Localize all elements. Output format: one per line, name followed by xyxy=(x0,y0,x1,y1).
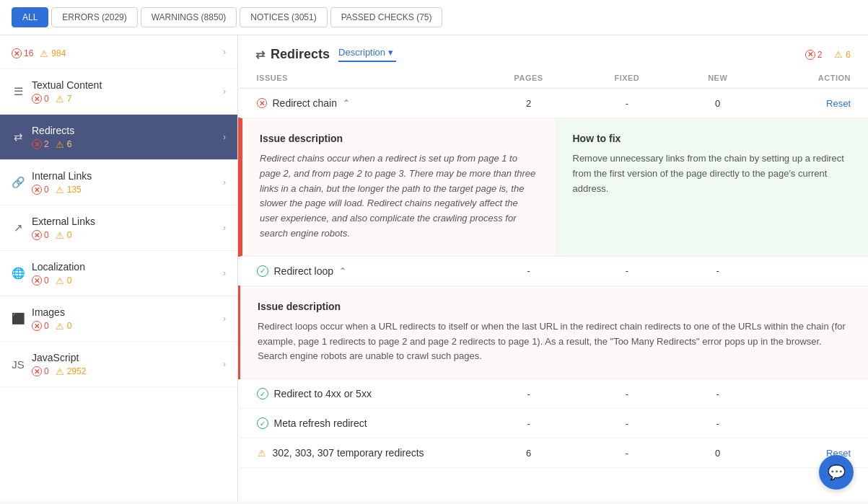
action-cell xyxy=(761,256,868,286)
action-cell: Reset xyxy=(761,89,868,118)
sidebar-error-badge: ✕ 0 xyxy=(32,366,49,376)
sidebar-item-textual-content[interactable]: ☰ Textual Content ✕ 0 ⚠ 7 › xyxy=(0,69,237,115)
warning-icon: ⚠ xyxy=(39,48,49,58)
sidebar-warning-badge: ⚠ 2952 xyxy=(55,366,87,376)
sidebar-item-images[interactable]: ⬛ Images ✕ 0 ⚠ 0 › xyxy=(0,296,237,342)
action-cell xyxy=(761,409,868,438)
warning-icon: ⚠ xyxy=(55,275,65,286)
check-row-icon: ✓ xyxy=(257,417,268,429)
expand-issue-body: Redirect chains occur when a redirect is… xyxy=(260,151,538,242)
new-cell: 0 xyxy=(675,438,761,468)
reset-button[interactable]: Reset xyxy=(826,98,851,109)
expand-row-redirect-loop: Issue description Redirect loops occur w… xyxy=(240,286,869,379)
sidebar-item-internal-links[interactable]: 🔗 Internal Links ✕ 0 ⚠ 135 › xyxy=(0,160,237,205)
link-icon: 🔗 xyxy=(12,176,25,189)
filter-passed-button[interactable]: PASSED CHECKS (75) xyxy=(330,7,443,27)
warning-row-icon: ⚠ xyxy=(257,448,267,458)
description-button[interactable]: Description ▾ xyxy=(338,47,393,58)
sidebar-label: External Links xyxy=(32,216,95,227)
sidebar-item-localization[interactable]: 🌐 Localization ✕ 0 ⚠ 0 › xyxy=(0,251,237,296)
js-icon: JS xyxy=(12,358,25,371)
warning-icon: ⚠ xyxy=(55,230,65,240)
external-link-icon: ↗ xyxy=(12,221,25,234)
sidebar-error-badge: ✕ 16 xyxy=(12,48,33,58)
issue-name: Redirect loop xyxy=(274,265,334,277)
issue-name-cell: ⚠ 302, 303, 307 temporary redirects xyxy=(257,447,461,459)
issue-name: Redirect to 4xx or 5xx xyxy=(274,388,372,399)
warning-icon: ⚠ xyxy=(833,50,843,60)
chat-button[interactable]: 💬 xyxy=(819,455,854,490)
header-error-badge: ✕ 2 xyxy=(805,50,823,60)
document-icon: ☰ xyxy=(12,85,25,98)
header-badges: ✕ 2 ⚠ 6 xyxy=(805,50,851,60)
redirect-icon: ⇄ xyxy=(12,131,25,143)
expand-fix-title: How to fix xyxy=(573,133,851,144)
issue-name: 302, 303, 307 temporary redirects xyxy=(273,447,424,459)
sidebar: ✕ 16 ⚠ 984 › ☰ Textual Content xyxy=(0,35,238,501)
warning-icon: ⚠ xyxy=(55,94,65,104)
error-icon: ✕ xyxy=(805,50,815,60)
table-row: ✓ Meta refresh redirect - - - xyxy=(240,409,869,438)
issue-name-cell: ✓ Redirect loop ⌃ xyxy=(257,265,461,277)
expand-row-redirect-chain: Issue description Redirect chains occur … xyxy=(240,118,869,257)
error-icon: ✕ xyxy=(32,366,42,376)
filter-warnings-button[interactable]: WARNINGS (8850) xyxy=(141,7,237,27)
expand-loop-body: Redirect loops occur when a URL redirect… xyxy=(258,319,851,364)
sidebar-error-badge: ✕ 2 xyxy=(32,139,49,149)
sidebar-item-external-links[interactable]: ↗ External Links ✕ 0 ⚠ 0 › xyxy=(0,205,237,251)
issues-table: ISSUES PAGES FIXED NEW ACTION ✕ Redirect… xyxy=(238,68,868,468)
filter-all-button[interactable]: ALL xyxy=(12,7,48,27)
expand-inner: Issue description Redirect chains occur … xyxy=(240,118,868,256)
issue-name-cell: ✓ Meta refresh redirect xyxy=(257,417,461,429)
check-row-icon: ✓ xyxy=(257,265,268,277)
error-icon: ✕ xyxy=(32,139,42,149)
toggle-expand-button[interactable]: ⌃ xyxy=(339,266,346,276)
expand-fix-body: Remove unnecessary links from the chain … xyxy=(573,151,851,196)
expand-inner-loop: Issue description Redirect loops occur w… xyxy=(240,286,868,379)
sidebar-warning-badge: ⚠ 0 xyxy=(55,275,72,286)
content-header: ⇄ Redirects Description ▾ ✕ 2 ⚠ xyxy=(238,35,868,62)
filter-errors-button[interactable]: ERRORS (2029) xyxy=(51,7,137,27)
fixed-cell: - xyxy=(579,89,675,118)
expand-right: How to fix Remove unnecessary links from… xyxy=(556,118,869,256)
description-container: Description ▾ xyxy=(338,47,396,62)
sidebar-item-javascript[interactable]: JS JavaScript ✕ 0 ⚠ 2952 › xyxy=(0,342,237,387)
issue-name-cell: ✕ Redirect chain ⌃ xyxy=(257,97,461,109)
pages-cell: - xyxy=(478,256,579,286)
filter-notices-button[interactable]: NOTICES (3051) xyxy=(240,7,327,27)
chevron-right-icon: › xyxy=(223,177,226,187)
sidebar-warning-badge: ⚠ 0 xyxy=(55,230,72,240)
sidebar-item-unknown[interactable]: ✕ 16 ⚠ 984 › xyxy=(0,35,237,69)
warning-icon: ⚠ xyxy=(55,185,65,195)
fixed-cell: - xyxy=(579,409,675,438)
chevron-down-icon: ▾ xyxy=(388,47,393,58)
table-row: ✓ Redirect loop ⌃ - - - xyxy=(240,256,869,286)
error-icon: ✕ xyxy=(32,185,42,195)
globe-icon: 🌐 xyxy=(12,267,25,280)
fixed-cell: - xyxy=(579,438,675,468)
sidebar-warning-badge: ⚠ 6 xyxy=(55,139,72,149)
sidebar-error-badge: ✕ 0 xyxy=(32,94,49,104)
sidebar-label: Redirects xyxy=(32,125,74,136)
issue-name: Meta refresh redirect xyxy=(274,417,367,429)
sidebar-error-badge: ✕ 0 xyxy=(32,230,49,240)
error-icon: ✕ xyxy=(32,230,42,240)
pages-cell: - xyxy=(478,409,579,438)
chevron-right-icon: › xyxy=(223,314,226,324)
chevron-right-icon: › xyxy=(223,132,226,142)
chevron-right-icon: › xyxy=(223,223,226,233)
fixed-cell: - xyxy=(579,379,675,409)
toggle-expand-button[interactable]: ⌃ xyxy=(343,98,350,108)
table-row: ✓ Redirect to 4xx or 5xx - - - xyxy=(240,379,869,409)
new-cell: - xyxy=(675,256,761,286)
sidebar-warning-badge: ⚠ 984 xyxy=(39,48,66,58)
expand-loop-left: Issue description Redirect loops occur w… xyxy=(240,286,868,379)
sidebar-error-badge: ✕ 0 xyxy=(32,185,49,195)
error-icon: ✕ xyxy=(32,94,42,104)
pages-cell: - xyxy=(478,379,579,409)
image-icon: ⬛ xyxy=(12,312,25,325)
col-action: ACTION xyxy=(761,68,868,89)
new-cell: - xyxy=(675,409,761,438)
sidebar-label: Textual Content xyxy=(32,79,102,91)
sidebar-item-redirects[interactable]: ⇄ Redirects ✕ 2 ⚠ 6 › xyxy=(0,115,237,160)
